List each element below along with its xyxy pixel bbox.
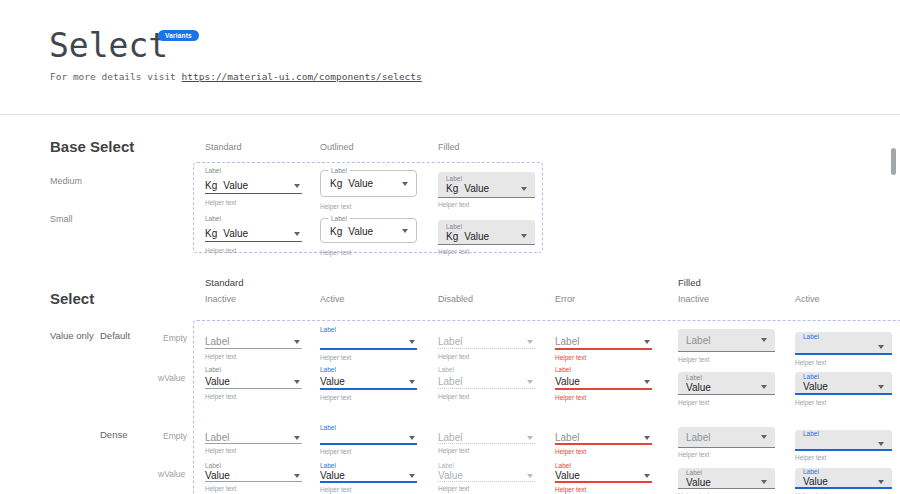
select-control[interactable]: Value [555, 375, 652, 388]
select-control[interactable]: Label [795, 332, 892, 355]
row-label-small: Small [50, 214, 73, 224]
select-control[interactable]: Label [438, 335, 535, 348]
select-control[interactable]: Label [678, 427, 775, 448]
select-value-row: KgValue [446, 183, 527, 194]
select-filled-active-dense-wvalue: LabelValueHelper text [795, 468, 892, 494]
select-value: Label [205, 336, 229, 347]
select-underline [205, 348, 302, 349]
select-control[interactable]: KgValue [205, 179, 302, 193]
select-value-row [803, 341, 884, 352]
select-value: Label [438, 336, 462, 347]
base-select-standard-small: LabelKgValueHelper text [205, 215, 302, 254]
dropdown-arrow-icon [878, 442, 884, 446]
select-control[interactable]: Label [678, 329, 775, 352]
select-value: Value [464, 231, 489, 242]
select-value-row: Label [686, 432, 767, 443]
dropdown-arrow-icon [644, 340, 650, 344]
helper-text: Helper text [320, 394, 417, 401]
value-prefix: Kg [205, 228, 217, 239]
base-select-standard-medium: LabelKgValueHelper text [205, 167, 302, 206]
select-value-row: KgValue [446, 231, 527, 242]
row-label-medium: Medium [50, 176, 82, 186]
dropdown-arrow-icon [409, 474, 415, 478]
dropdown-arrow-icon [294, 184, 300, 188]
dropdown-arrow-icon [878, 385, 884, 389]
select-control[interactable]: Label [555, 433, 652, 443]
select-value: Value [205, 470, 230, 481]
helper-text: Helper text [678, 451, 775, 458]
select-control[interactable]: LabelValue [795, 468, 892, 489]
select-value-row: Value [686, 477, 767, 488]
select-underline [438, 443, 535, 444]
select-value-row: Value [803, 476, 884, 487]
select-control[interactable]: Label [795, 430, 892, 451]
select-control[interactable]: Value [438, 471, 535, 481]
select-control[interactable]: LabelValue [678, 468, 775, 489]
column-header-active-1: Active [320, 294, 345, 304]
dropdown-arrow-icon [527, 380, 533, 384]
select-filled-inactive-default-wvalue: LabelValueHelper text [678, 372, 775, 406]
helper-text: Helper text [795, 454, 892, 461]
select-floating-label [438, 326, 535, 334]
select-underline [438, 481, 535, 482]
select-control[interactable]: LabelKgValue [438, 220, 535, 245]
subtitle: For more details visit https://material-… [50, 71, 422, 82]
select-floating-label: Label [205, 462, 302, 470]
select-control[interactable]: Label [555, 335, 652, 348]
select-value: Value [223, 180, 248, 191]
select-control[interactable]: Value [320, 375, 417, 388]
select-control[interactable]: KgValue [205, 227, 302, 241]
select-value: Label [686, 432, 710, 443]
select-control[interactable]: Label [205, 433, 302, 443]
column-header-disabled-2: Disabled [438, 294, 473, 304]
select-control[interactable]: LabelKgValue [438, 172, 535, 198]
select-control[interactable]: Value [320, 471, 417, 481]
select-value: Label [555, 336, 579, 347]
column-header-standard: Standard [205, 142, 242, 152]
select-value: Value [320, 376, 345, 387]
scrollbar-thumb[interactable] [891, 148, 896, 175]
select-value: Value [223, 228, 248, 239]
row-label-wvalue-1: wValue [158, 373, 185, 383]
select-underline [320, 348, 417, 350]
column-header-outlined: Outlined [320, 142, 354, 152]
select-floating-label: Label [205, 215, 302, 223]
select-standard-disabled-default-wvalue: LabelLabelHelper text [438, 366, 535, 400]
docs-link[interactable]: https://material-ui.com/components/selec… [182, 71, 422, 82]
select-value: Value [555, 470, 580, 481]
select-control[interactable] [320, 433, 417, 443]
row-group-label-default: Default [100, 330, 130, 341]
select-floating-label [438, 424, 535, 432]
select-control[interactable]: Value [205, 471, 302, 481]
select-standard-active-dense-wvalue: LabelValueHelper text [320, 462, 417, 493]
dropdown-arrow-icon [402, 182, 408, 186]
variants-badge: Variants [158, 30, 199, 41]
select-floating-label: Label [446, 175, 527, 183]
select-control[interactable]: LabelValue [795, 372, 892, 395]
select-control[interactable]: Label [205, 335, 302, 348]
select-control[interactable]: Label [438, 375, 535, 388]
select-control[interactable]: Value [205, 375, 302, 388]
select-control[interactable]: Label [438, 433, 535, 443]
dropdown-arrow-icon [294, 340, 300, 344]
select-standard-inactive-default-wvalue: LabelValueHelper text [205, 366, 302, 400]
section-heading-select: Select [50, 290, 94, 307]
select-value-row: KgValue [321, 171, 416, 196]
row-label-wvalue-3: wValue [158, 469, 185, 479]
group-header-standard: Standard [205, 277, 244, 288]
select-control[interactable]: LabelKgValue [320, 218, 417, 243]
select-control[interactable]: LabelKgValue [320, 170, 417, 197]
select-control[interactable] [320, 335, 417, 348]
select-floating-label: Label [803, 468, 884, 476]
dropdown-arrow-icon [527, 340, 533, 344]
value-prefix: Kg [330, 226, 342, 237]
select-value: Value [438, 470, 463, 481]
select-control[interactable]: LabelValue [678, 372, 775, 395]
select-control[interactable]: Value [555, 471, 652, 481]
helper-text: Helper text [205, 393, 302, 400]
select-value: Value [348, 178, 373, 189]
select-filled-active-default-empty: LabelHelper text [795, 332, 892, 366]
select-floating-label: Label [205, 167, 302, 175]
select-underline [555, 348, 652, 350]
helper-text: Helper text [555, 354, 652, 361]
